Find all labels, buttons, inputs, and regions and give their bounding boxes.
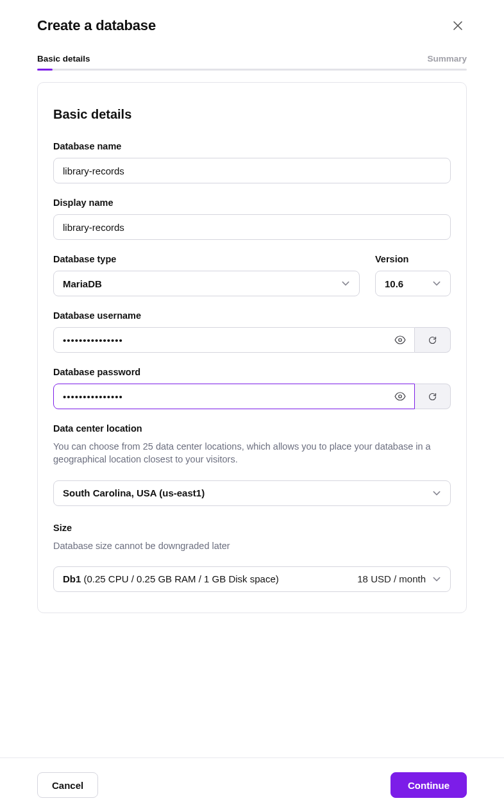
close-icon	[453, 21, 462, 30]
regenerate-username-button[interactable]	[415, 327, 451, 353]
database-name-input[interactable]	[53, 158, 451, 183]
database-password-input[interactable]	[53, 384, 415, 409]
svg-point-1	[399, 395, 402, 398]
progress-bar	[37, 69, 467, 71]
cancel-button[interactable]: Cancel	[37, 772, 98, 798]
size-plan: Db1	[63, 573, 81, 584]
basic-details-card: Basic details Database name Display name…	[37, 82, 467, 613]
version-select[interactable]: 10.6	[375, 271, 451, 296]
display-name-input[interactable]	[53, 214, 451, 240]
continue-button[interactable]: Continue	[391, 772, 467, 798]
location-help: You can choose from 25 data center locat…	[53, 440, 451, 466]
size-help: Database size cannot be downgraded later	[53, 539, 451, 552]
chevron-down-icon	[432, 489, 441, 498]
location-select[interactable]: South Carolina, USA (us-east1)	[53, 480, 451, 506]
step-summary: Summary	[427, 54, 467, 63]
close-button[interactable]	[449, 17, 467, 35]
chevron-down-icon	[432, 279, 441, 288]
stepper: Basic details Summary	[37, 54, 467, 63]
svg-point-0	[399, 339, 402, 342]
version-label: Version	[375, 254, 451, 264]
database-type-select[interactable]: MariaDB	[53, 271, 360, 296]
chevron-down-icon	[432, 575, 441, 584]
size-select[interactable]: Db1 (0.25 CPU / 0.25 GB RAM / 1 GB Disk …	[53, 566, 451, 592]
database-password-label: Database password	[53, 367, 451, 377]
eye-icon	[394, 391, 406, 402]
version-value: 10.6	[385, 278, 403, 289]
database-type-label: Database type	[53, 254, 360, 264]
eye-icon	[394, 334, 406, 346]
refresh-icon	[428, 335, 437, 345]
database-username-label: Database username	[53, 310, 451, 321]
location-label: Data center location	[53, 423, 451, 434]
size-price: 18 USD / month	[357, 573, 426, 584]
reveal-password-button[interactable]	[392, 388, 408, 405]
location-value: South Carolina, USA (us-east1)	[63, 487, 205, 498]
reveal-username-button[interactable]	[392, 332, 408, 348]
size-label: Size	[53, 523, 451, 533]
regenerate-password-button[interactable]	[415, 384, 451, 409]
database-username-input[interactable]	[53, 327, 415, 353]
page-title: Create a database	[37, 17, 156, 34]
step-basic-details: Basic details	[37, 54, 90, 63]
section-title: Basic details	[53, 107, 451, 122]
database-type-value: MariaDB	[63, 278, 102, 289]
footer: Cancel Continue	[0, 757, 504, 812]
display-name-label: Display name	[53, 198, 451, 208]
size-spec: (0.25 CPU / 0.25 GB RAM / 1 GB Disk spac…	[84, 573, 279, 584]
database-name-label: Database name	[53, 141, 451, 151]
refresh-icon	[428, 392, 437, 402]
chevron-down-icon	[341, 279, 350, 288]
